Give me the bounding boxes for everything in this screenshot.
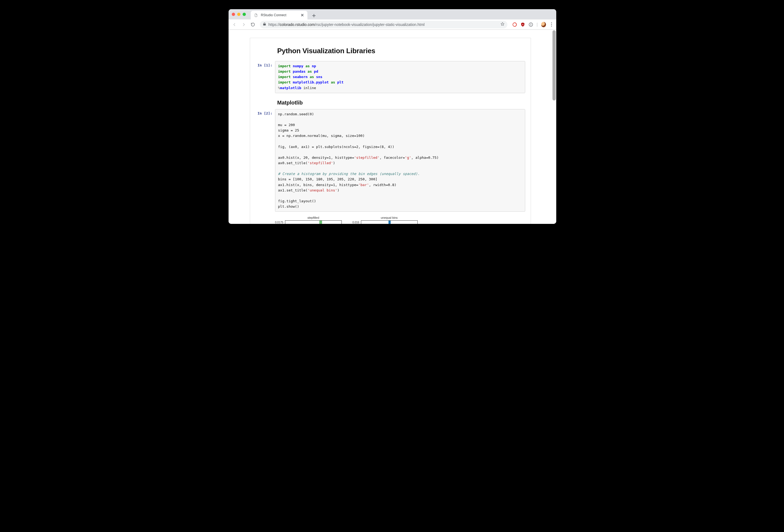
page-title: Python Visualization Libraries: [277, 47, 525, 55]
section-heading-matplotlib: Matplotlib: [277, 100, 525, 106]
tab-title: RStudio Connect: [261, 13, 298, 17]
extension-red-swirl-icon[interactable]: [512, 22, 517, 27]
file-icon: [254, 13, 258, 17]
subplot-stepfilled: 0.01750.01500.01250.01000.0075 stepfille…: [275, 216, 342, 224]
new-tab-button[interactable]: [310, 12, 318, 20]
tab-close-button[interactable]: [301, 13, 304, 17]
code-cell-1: In [1]: import numpy as np import pandas…: [256, 61, 525, 93]
profile-avatar[interactable]: [541, 22, 546, 27]
viewport: Python Visualization Libraries In [1]: i…: [228, 30, 556, 224]
lock-icon: [262, 22, 267, 27]
axes-left: [285, 220, 342, 224]
svg-point-3: [531, 23, 531, 24]
subplot-unequal: 0.0160.0140.0120.0100.0080.006 unequal b…: [353, 216, 418, 224]
axes-title-left: stepfilled: [285, 216, 342, 219]
bars-stepfilled: [293, 220, 340, 224]
notebook-container: Python Visualization Libraries In [1]: i…: [250, 38, 531, 224]
code-cell-2: In [2]: np.random.seed(0) mu = 200 sigma…: [256, 109, 525, 212]
url-host: colorado.rstudio.com: [280, 22, 315, 27]
forward-button[interactable]: [240, 21, 248, 28]
figure-row: 0.01750.01500.01250.01000.0075 stepfille…: [275, 216, 525, 224]
extensions: u |: [511, 22, 554, 27]
site-info-icon[interactable]: [528, 22, 533, 27]
browser-menu-button[interactable]: [549, 22, 554, 27]
bookmark-star-icon[interactable]: [500, 22, 505, 27]
url-scheme: https://: [269, 22, 280, 27]
window-controls: [232, 9, 249, 20]
tab-strip: RStudio Connect: [228, 9, 556, 20]
cell-prompt: In [1]:: [256, 61, 275, 67]
axes-title-right: unequal bins: [361, 216, 418, 219]
close-window-button[interactable]: [232, 13, 235, 16]
cell-output-2: 0.01750.01500.01250.01000.0075 stepfille…: [275, 216, 525, 224]
url-text: https://colorado.rstudio.com/rsc/jupyter…: [269, 22, 425, 27]
browser-window: RStudio Connect: [228, 9, 556, 224]
back-button[interactable]: [231, 21, 238, 28]
url-path: /rsc/jupyter-notebook-visualization/jupy…: [315, 22, 424, 27]
page: Python Visualization Libraries In [1]: i…: [228, 30, 553, 224]
minimize-window-button[interactable]: [237, 13, 241, 16]
stage: RStudio Connect: [214, 0, 570, 235]
reload-button[interactable]: [249, 21, 257, 28]
svg-text:u: u: [522, 24, 523, 25]
tab-active[interactable]: RStudio Connect: [251, 11, 307, 20]
cell-prompt: In [2]:: [256, 109, 275, 115]
code-input-2[interactable]: np.random.seed(0) mu = 200 sigma = 25 x …: [275, 109, 525, 212]
zoom-window-button[interactable]: [243, 13, 246, 16]
toolbar: https://colorado.rstudio.com/rsc/jupyter…: [228, 20, 556, 30]
y-tick-labels-right: 0.0160.0140.0120.0100.0080.006: [353, 216, 361, 224]
y-tick-labels-left: 0.01750.01500.01250.01000.0075: [275, 216, 285, 224]
axes-right: [361, 220, 418, 224]
code-input-1[interactable]: import numpy as np import pandas as pd i…: [275, 61, 525, 93]
vertical-scrollbar[interactable]: [553, 30, 556, 100]
extension-ublock-icon[interactable]: u: [520, 22, 525, 27]
address-bar[interactable]: https://colorado.rstudio.com/rsc/jupyter…: [260, 21, 508, 28]
svg-rect-4: [531, 24, 531, 25]
